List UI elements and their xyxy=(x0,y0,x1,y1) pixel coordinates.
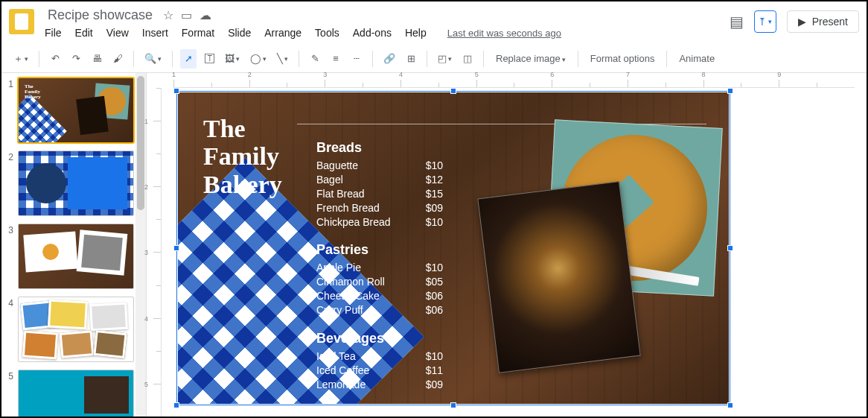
menu-edit[interactable]: Edit xyxy=(75,27,93,39)
slide-number: 5 xyxy=(4,370,13,417)
menu-bar: File Edit View Insert Format Slide Arran… xyxy=(45,27,730,39)
toolbar: ＋▾ ↶ ↷ 🖶 🖌 🔍▾ ➚ 🅃 🖼▾ ◯▾ ╲▾ ✎ ≡ ┄ 🔗 ⊞ ◰▾ … xyxy=(1,45,867,73)
slide-number: 4 xyxy=(4,297,13,362)
workspace: 1 TheFamilyBakery 2 3 4 5 123456789 xyxy=(1,73,867,417)
app-header: Recipe showcase ☆ ▭ ☁ File Edit View Ins… xyxy=(1,1,867,45)
menu-item: Cheese Cake$06 xyxy=(316,289,443,303)
menu-addons[interactable]: Add-ons xyxy=(353,27,392,39)
play-icon: ▶ xyxy=(798,16,806,28)
menu-item: Curry Puff$06 xyxy=(316,303,443,317)
title-line: Family xyxy=(203,142,282,170)
zoom-button[interactable]: 🔍▾ xyxy=(141,49,165,69)
border-dash-button[interactable]: ┄ xyxy=(348,49,365,69)
slide-thumbnail-1[interactable]: 1 TheFamilyBakery xyxy=(4,77,143,143)
menu-view[interactable]: View xyxy=(106,27,129,39)
document-title[interactable]: Recipe showcase xyxy=(45,6,156,25)
new-slide-button[interactable]: ＋▾ xyxy=(10,49,31,69)
menu-format[interactable]: Format xyxy=(182,27,214,39)
menu-slide[interactable]: Slide xyxy=(228,27,251,39)
vertical-ruler: 12345 xyxy=(147,88,162,417)
slide-thumbnail-4[interactable]: 4 xyxy=(4,297,143,362)
undo-button[interactable]: ↶ xyxy=(47,49,63,69)
menu-help[interactable]: Help xyxy=(405,27,427,39)
canvas-area[interactable]: 123456789 12345 The Family Bakery Breads… xyxy=(147,73,867,417)
menu-item: Cinnamon Roll$05 xyxy=(316,275,443,289)
menu-item: Flat Bread$15 xyxy=(316,187,443,201)
menu-heading: Pastries xyxy=(316,242,443,258)
star-icon[interactable]: ☆ xyxy=(163,8,173,22)
link-button[interactable]: 🔗 xyxy=(380,49,398,69)
slide-number: 1 xyxy=(4,77,13,143)
title-area: Recipe showcase ☆ ▭ ☁ File Edit View Ins… xyxy=(45,6,730,39)
share-button[interactable]: ⤒▾ xyxy=(754,10,776,33)
menu-item: Iced Tea$10 xyxy=(316,349,443,364)
slide-panel[interactable]: 1 TheFamilyBakery 2 3 4 5 xyxy=(1,73,147,417)
menu-item: Bagel$12 xyxy=(316,173,443,187)
line-tool[interactable]: ╲▾ xyxy=(274,49,291,69)
slide-title[interactable]: The Family Bakery xyxy=(203,115,282,198)
menu-item: Apple Pie$10 xyxy=(316,261,443,275)
menu-item: French Bread$09 xyxy=(316,201,443,215)
menu-arrange[interactable]: Arrange xyxy=(264,27,301,39)
animate-button[interactable]: Animate xyxy=(674,53,719,64)
format-options-button[interactable]: Format options xyxy=(586,53,660,64)
border-color-button[interactable]: ✎ xyxy=(307,49,323,69)
comment-button[interactable]: ⊞ xyxy=(403,49,419,69)
bread-image[interactable] xyxy=(477,181,640,373)
comments-icon[interactable]: ▤ xyxy=(730,13,744,31)
mask-button[interactable]: ◫ xyxy=(459,49,476,69)
cloud-status-icon[interactable]: ☁ xyxy=(200,8,211,22)
title-line: The xyxy=(203,115,282,142)
last-edit-link[interactable]: Last edit was seconds ago xyxy=(447,28,561,39)
menu-insert[interactable]: Insert xyxy=(142,27,168,39)
slides-logo xyxy=(9,9,34,34)
replace-image-button[interactable]: Replace image▾ xyxy=(491,53,570,64)
menu-tools[interactable]: Tools xyxy=(315,27,339,39)
slide-number: 3 xyxy=(4,224,13,289)
menu-item: Chickpea Bread$10 xyxy=(316,215,443,229)
menu-item: Iced Coffee$11 xyxy=(316,364,443,378)
paint-format-button[interactable]: 🖌 xyxy=(109,49,126,69)
crop-button[interactable]: ◰▾ xyxy=(435,49,455,69)
image-tool[interactable]: 🖼▾ xyxy=(222,49,243,69)
menu-heading: Breads xyxy=(316,140,443,156)
redo-button[interactable]: ↷ xyxy=(68,49,84,69)
textbox-tool[interactable]: 🅃 xyxy=(201,49,217,69)
slide-thumbnail-3[interactable]: 3 xyxy=(4,224,143,289)
select-tool[interactable]: ➚ xyxy=(180,49,197,69)
menu-textbox[interactable]: BreadsBaguette$10Bagel$12Flat Bread$15Fr… xyxy=(316,140,443,404)
print-button[interactable]: 🖶 xyxy=(89,49,105,69)
slide-stage[interactable]: The Family Bakery BreadsBaguette$10Bagel… xyxy=(178,92,729,404)
slide-number: 2 xyxy=(4,151,13,216)
menu-item: Lemonade$09 xyxy=(316,378,443,392)
move-icon[interactable]: ▭ xyxy=(181,8,192,22)
slide-thumbnail-5[interactable]: 5 xyxy=(4,370,143,417)
slide-canvas[interactable]: The Family Bakery BreadsBaguette$10Bagel… xyxy=(178,92,729,404)
border-weight-button[interactable]: ≡ xyxy=(328,49,344,69)
slide-thumbnail-2[interactable]: 2 xyxy=(4,151,143,216)
menu-item: Baguette$10 xyxy=(316,159,443,173)
present-label: Present xyxy=(812,16,848,28)
shape-tool[interactable]: ◯▾ xyxy=(247,49,269,69)
horizontal-ruler: 123456789 xyxy=(173,73,855,88)
menu-heading: Beverages xyxy=(316,331,443,346)
present-button[interactable]: ▶ Present xyxy=(787,10,859,33)
menu-file[interactable]: File xyxy=(45,27,62,39)
title-line: Bakery xyxy=(203,171,282,198)
